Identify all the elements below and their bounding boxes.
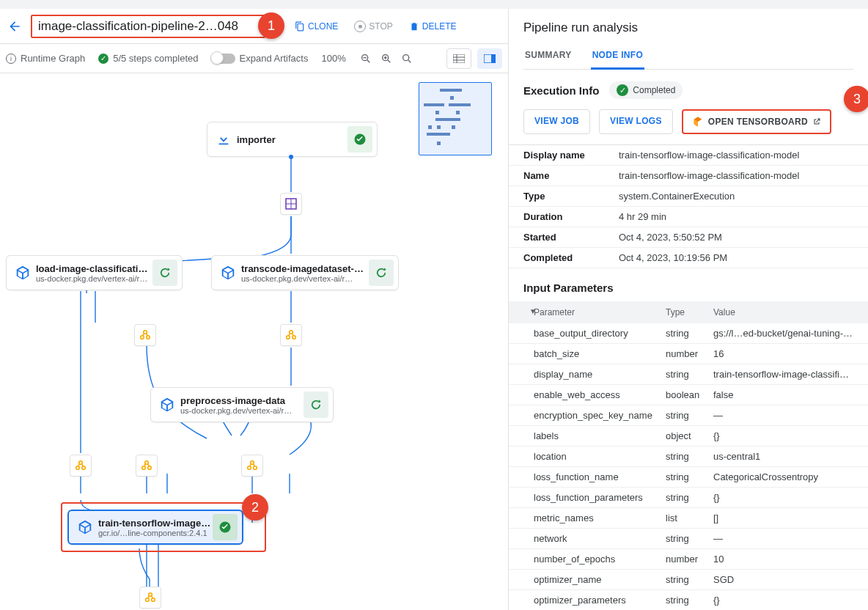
param-name: loss_function_name xyxy=(534,471,666,482)
param-value: {} xyxy=(713,595,853,606)
svg-rect-9 xyxy=(453,54,465,63)
param-value: {} xyxy=(713,430,853,441)
zoom-level: 100% xyxy=(321,53,345,64)
stop-icon: ■ xyxy=(354,21,366,32)
artifact-box[interactable] xyxy=(139,587,161,609)
node-title: importer xyxy=(237,134,276,145)
param-value: false xyxy=(713,389,853,400)
param-type: string xyxy=(666,328,713,339)
delete-button[interactable]: DELETE xyxy=(409,21,457,32)
param-row: loss_function_namestringCategoricalCross… xyxy=(509,467,868,488)
param-type: boolean xyxy=(666,389,713,400)
steps-completed: ✓ 5/5 steps completed xyxy=(98,53,198,64)
svg-line-35 xyxy=(143,334,144,336)
param-type: object xyxy=(666,430,713,441)
param-name: location xyxy=(534,451,666,462)
artifact-icon xyxy=(144,592,156,603)
artifact-grid[interactable] xyxy=(280,193,302,215)
annotation-2: 2 xyxy=(242,494,268,521)
check-icon: ✓ xyxy=(98,54,108,64)
param-row: networkstring— xyxy=(509,529,868,549)
node-title: transcode-imagedataset-… xyxy=(241,263,364,274)
artifact-icon xyxy=(139,329,151,341)
zoom-out-icon[interactable] xyxy=(359,52,372,65)
annotation-3: 3 xyxy=(844,86,868,112)
open-tensorboard-button[interactable]: OPEN TENSORBOARD xyxy=(682,109,831,134)
param-name: number_of_epochs xyxy=(534,554,666,565)
param-row: number_of_epochsnumber10 xyxy=(509,549,868,570)
svg-point-44 xyxy=(79,461,83,465)
svg-point-60 xyxy=(149,593,152,597)
param-row: locationstringus-central1 xyxy=(509,447,868,467)
kv-row: StartedOct 4, 2023, 5:50:52 PM xyxy=(509,227,868,248)
param-name: base_output_directory xyxy=(534,328,666,339)
svg-line-45 xyxy=(78,464,79,466)
external-link-icon xyxy=(812,117,821,126)
kv-row: Nametrain-tensorflow-image-classificatio… xyxy=(509,166,868,186)
param-row: labelsobject{} xyxy=(509,426,868,447)
chevron-down-icon[interactable]: ▼ xyxy=(529,307,537,315)
grid-icon xyxy=(285,198,297,210)
pipeline-canvas[interactable]: importer load-image-classificatio…us-doc… xyxy=(0,73,508,610)
kv-key: Completed xyxy=(523,252,619,263)
svg-point-54 xyxy=(251,461,254,465)
artifact-box[interactable] xyxy=(280,324,302,346)
table-icon xyxy=(453,54,465,63)
expand-artifacts-toggle[interactable]: Expand Artifacts xyxy=(212,53,309,64)
node-preprocess[interactable]: preprocess-image-dataus-docker.pkg.dev/v… xyxy=(150,387,334,422)
view-panel-button[interactable] xyxy=(477,48,502,69)
minimap[interactable] xyxy=(419,82,492,155)
kv-value: Oct 4, 2023, 5:50:52 PM xyxy=(619,232,853,243)
node-sub: us-docker.pkg.dev/vertex-ai/r… xyxy=(36,274,152,283)
param-row: optimizer_namestringSGD xyxy=(509,570,868,590)
toolbar: i Runtime Graph ✓ 5/5 steps completed Ex… xyxy=(0,44,508,73)
kv-value: system.ContainerExecution xyxy=(619,191,853,202)
view-logs-button[interactable]: VIEW LOGS xyxy=(599,109,673,134)
zoom-in-icon[interactable] xyxy=(380,52,393,65)
runtime-graph-label[interactable]: i Runtime Graph xyxy=(6,53,85,64)
svg-point-33 xyxy=(147,336,150,339)
zoom-fit-icon[interactable] xyxy=(400,52,413,65)
node-importer[interactable]: importer xyxy=(207,122,378,157)
param-row: enable_web_accessbooleanfalse xyxy=(509,385,868,405)
param-type: string xyxy=(666,574,713,585)
param-value[interactable]: gs://l…ed-bucket/genai-tuning-exper… xyxy=(713,328,853,339)
tab-summary[interactable]: SUMMARY xyxy=(523,43,573,69)
info-icon: i xyxy=(6,54,16,64)
artifact-box[interactable] xyxy=(70,455,92,477)
param-value: train-tensorflow-image-classification-mo… xyxy=(713,369,853,380)
artifact-box[interactable] xyxy=(136,455,158,477)
param-value: — xyxy=(713,533,853,544)
tab-node-info[interactable]: NODE INFO xyxy=(591,43,644,70)
svg-point-52 xyxy=(248,466,251,470)
kv-key: Name xyxy=(523,170,619,181)
param-type: string xyxy=(666,533,713,544)
artifact-box[interactable] xyxy=(134,324,156,346)
clone-button[interactable]: CLONE xyxy=(295,21,338,32)
back-arrow-icon[interactable] xyxy=(6,18,23,35)
param-type: string xyxy=(666,492,713,503)
node-transcode[interactable]: transcode-imagedataset-…us-docker.pkg.de… xyxy=(211,255,399,290)
param-value: 10 xyxy=(713,554,853,565)
input-params-heading: Input Parameters xyxy=(509,268,868,301)
execution-info-table: Display nametrain-tensorflow-image-class… xyxy=(509,144,868,268)
pipeline-name: image-classification-pipeline-2…048 xyxy=(31,15,265,38)
stop-button: ■ STOP xyxy=(354,21,392,32)
svg-point-47 xyxy=(142,466,146,470)
svg-line-4 xyxy=(388,60,390,62)
view-job-button[interactable]: VIEW JOB xyxy=(523,109,590,134)
svg-point-49 xyxy=(145,461,149,465)
param-row: optimizer_parametersstring{} xyxy=(509,590,868,610)
artifact-box[interactable] xyxy=(241,455,263,477)
kv-row: Duration4 hr 29 min xyxy=(509,207,868,227)
view-table-button[interactable] xyxy=(446,48,471,69)
param-name: optimizer_parameters xyxy=(534,595,666,606)
cube-icon xyxy=(12,262,33,283)
param-name: loss_function_parameters xyxy=(534,492,666,503)
param-name: network xyxy=(534,533,666,544)
param-value: — xyxy=(713,410,853,421)
svg-point-38 xyxy=(293,336,296,339)
svg-point-32 xyxy=(141,336,144,339)
node-load[interactable]: load-image-classificatio…us-docker.pkg.d… xyxy=(6,255,183,290)
status-chip: ✓ Completed xyxy=(609,81,683,99)
